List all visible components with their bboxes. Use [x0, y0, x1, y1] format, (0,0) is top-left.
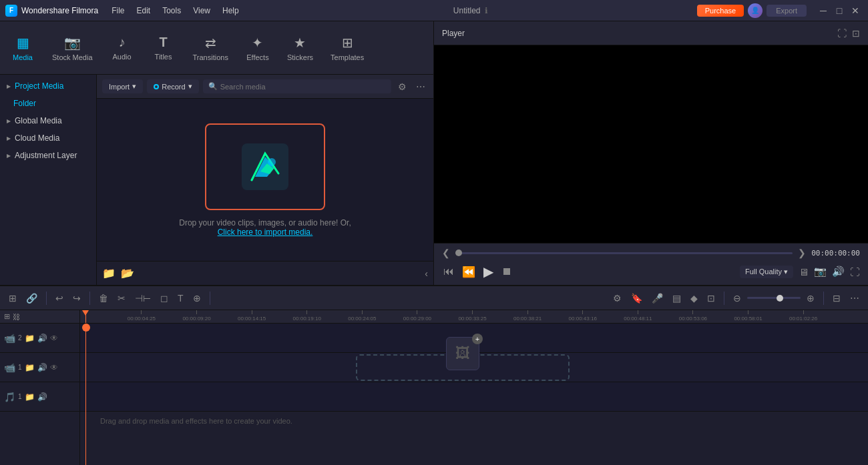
zoom-slider[interactable] [747, 297, 801, 299]
maximize-button[interactable]: □ [832, 3, 847, 18]
tl-mic-button[interactable]: 🎤 [648, 291, 666, 306]
more-options-button[interactable]: ⋯ [413, 80, 428, 93]
add-folder-icon[interactable]: 📁 [102, 267, 116, 280]
player-volume-icon[interactable]: 🔊 [832, 266, 845, 278]
export-button[interactable]: Export [767, 5, 807, 17]
track-mute-icon-1[interactable]: 🔊 [37, 363, 47, 372]
sidebar-item-project-media[interactable]: ▶ Project Media [0, 77, 96, 95]
player-title: Player [442, 29, 465, 38]
drop-import-link[interactable]: Click here to import media. [218, 227, 313, 237]
ruler-mark-4: 00:00:19:10 [293, 310, 321, 323]
player-resize-icon[interactable]: ⛶ [850, 266, 860, 278]
tl-separator-4 [724, 292, 724, 305]
purchase-button[interactable]: Purchase [697, 5, 744, 17]
info-icon: ℹ [485, 6, 488, 15]
right-panel: Player ⛶ ⊡ ❮ ❯ 00:00:00:00 [434, 21, 868, 285]
ruler-tick-1 [141, 310, 142, 314]
tab-titles[interactable]: T Titles [144, 29, 184, 66]
tl-zoom-in-button[interactable]: ⊕ [803, 291, 818, 306]
menu-tools[interactable]: Tools [157, 5, 186, 17]
tl-redo-button[interactable]: ↪ [69, 291, 84, 306]
timeline-in-handle[interactable]: ❮ [442, 248, 450, 258]
track-eye-icon-1[interactable]: 👁 [50, 363, 58, 372]
new-folder-icon[interactable]: 📂 [121, 267, 134, 280]
search-input[interactable] [220, 83, 386, 91]
panel-collapse-button[interactable]: ‹ [425, 268, 428, 279]
tl-text-button[interactable]: T [174, 291, 187, 306]
search-box: 🔍 [203, 79, 391, 93]
sidebar-item-cloud-media[interactable]: ▶ Cloud Media [0, 129, 96, 147]
left-panel: ▦ Media 📷 Stock Media ♪ Audio T Titles ⇄ [0, 21, 434, 285]
tab-effects[interactable]: ✦ Effects [238, 29, 278, 67]
tab-templates[interactable]: ⊞ Templates [322, 29, 372, 67]
ruler-mark-2: 00:00:09:20 [182, 310, 210, 323]
player-play-button[interactable]: ▶ [482, 262, 495, 281]
track-lock-icon-2[interactable]: 📁 [25, 334, 35, 343]
tab-media[interactable]: ▦ Media [3, 29, 43, 67]
title-bar-right: Purchase 👤 Export ─ □ ✕ [697, 3, 863, 18]
track-headers: ⊞ ⛓ 📹 2 📁 🔊 👁 📹 1 📁 [0, 310, 80, 465]
add-track-icon[interactable]: ⊞ [4, 312, 10, 321]
tl-keyframe-button[interactable]: ◆ [687, 291, 701, 306]
menu-edit[interactable]: Edit [132, 5, 156, 17]
tl-layout-button[interactable]: ⊟ [829, 291, 844, 306]
ruler-label-13: 00:01:02:26 [789, 316, 817, 322]
track-header-1: 📹 1 📁 🔊 👁 [0, 353, 79, 382]
tl-undo-button[interactable]: ↩ [52, 291, 67, 306]
ruler-tick-2 [196, 310, 197, 314]
record-dropdown-icon: ▾ [188, 82, 192, 91]
tl-split-button[interactable]: ⊣⊢ [132, 291, 154, 306]
tl-zoom-out-button[interactable]: ⊖ [730, 291, 744, 306]
track-audio-lock-icon[interactable]: 📁 [25, 392, 35, 402]
minimize-button[interactable]: ─ [816, 3, 831, 18]
user-avatar[interactable]: 👤 [748, 3, 763, 18]
import-button[interactable]: Import ▾ [102, 79, 143, 93]
track-link-icon[interactable]: ⛓ [13, 313, 20, 321]
ruler-label-6: 00:00:29:00 [403, 316, 431, 322]
tab-audio[interactable]: ♪ Audio [102, 29, 142, 66]
close-button[interactable]: ✕ [848, 3, 863, 18]
sidebar-item-folder[interactable]: Folder [0, 95, 96, 112]
player-skip-back-button[interactable]: ⏮ [442, 264, 455, 279]
player-frame-back-button[interactable]: ⏪ [461, 264, 477, 280]
tl-cut-button[interactable]: ✂ [114, 291, 129, 306]
quality-button[interactable]: Full Quality ▾ [740, 266, 793, 278]
player-stop-button[interactable]: ⏹ [500, 264, 513, 279]
app: F Wondershare Filmora File Edit Tools Vi… [0, 0, 868, 465]
tab-stock-media[interactable]: 📷 Stock Media [44, 29, 101, 67]
tl-grid-button[interactable]: ⊞ [5, 291, 20, 306]
player-scrubber[interactable] [455, 252, 793, 254]
menu-file[interactable]: File [106, 5, 130, 17]
transitions-icon: ⇄ [205, 35, 216, 51]
tl-settings-button[interactable]: ⚙ [610, 291, 625, 306]
menu-view[interactable]: View [188, 5, 216, 17]
player-screenshot-icon[interactable]: 🖥 [799, 266, 809, 278]
tl-separator-1 [46, 292, 47, 305]
tab-stickers[interactable]: ★ Stickers [279, 29, 321, 67]
tl-bookmark-button[interactable]: 🔖 [628, 291, 646, 306]
tl-media-button[interactable]: ▤ [669, 291, 684, 306]
sidebar-item-adjustment-layer[interactable]: ▶ Adjustment Layer [0, 147, 96, 164]
tl-crop-button[interactable]: ◻ [157, 291, 172, 306]
tl-delete-button[interactable]: 🗑 [95, 291, 112, 306]
player-fullscreen-icon[interactable]: ⛶ [837, 28, 847, 39]
sidebar-adjustment-layer-label: Adjustment Layer [15, 151, 77, 160]
tl-link-button[interactable]: 🔗 [23, 291, 41, 306]
track-eye-icon-2[interactable]: 👁 [50, 334, 58, 343]
tab-transitions[interactable]: ⇄ Transitions [185, 29, 236, 67]
track-lock-icon-1[interactable]: 📁 [25, 363, 35, 372]
track-row-audio-1[interactable] [80, 382, 868, 412]
tl-more-button[interactable]: ⋯ [847, 291, 863, 306]
tl-placeholder-button[interactable]: ⊡ [704, 291, 718, 306]
player-settings-icon[interactable]: ⊡ [852, 28, 860, 39]
track-mute-icon-2[interactable]: 🔊 [37, 334, 47, 343]
timeline-out-handle[interactable]: ❯ [798, 248, 806, 258]
player-snapshot-icon[interactable]: 📷 [814, 266, 827, 278]
track-row-1[interactable]: 🖼 + [80, 353, 868, 382]
filter-button[interactable]: ⚙ [395, 80, 409, 93]
sidebar-item-global-media[interactable]: ▶ Global Media [0, 112, 96, 129]
record-button[interactable]: Record ▾ [147, 79, 198, 93]
track-audio-mute-icon[interactable]: 🔊 [37, 392, 47, 402]
menu-help[interactable]: Help [217, 5, 244, 17]
tl-adjust-button[interactable]: ⊕ [190, 291, 204, 306]
